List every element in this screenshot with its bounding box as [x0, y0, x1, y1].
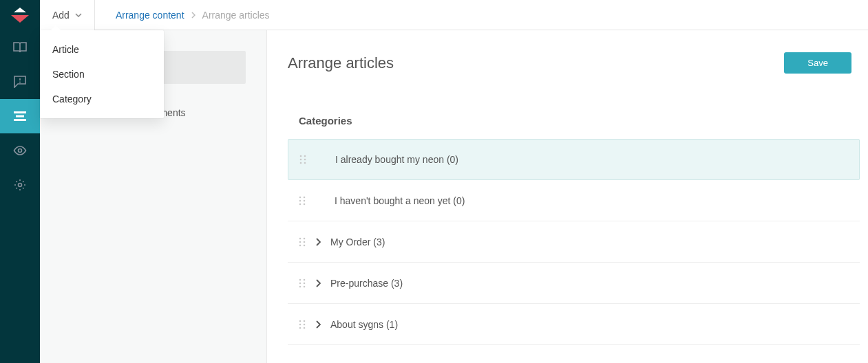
svg-point-37: [299, 327, 301, 329]
svg-point-35: [299, 324, 301, 326]
category-label[interactable]: Pre-purchase (3): [330, 278, 403, 289]
svg-point-36: [304, 324, 306, 326]
category-list: I already bought my neon (0) I haven't b…: [288, 139, 860, 345]
svg-point-31: [299, 286, 301, 288]
chevron-right-icon[interactable]: [315, 320, 321, 329]
svg-point-9: [300, 155, 302, 157]
breadcrumb-parent[interactable]: Arrange content: [116, 10, 184, 21]
category-label[interactable]: I haven't bought a neon yet (0): [335, 195, 465, 206]
chevron-right-icon: [191, 10, 195, 21]
save-button[interactable]: Save: [784, 52, 851, 74]
svg-point-26: [304, 245, 306, 247]
drag-handle-icon[interactable]: [299, 196, 306, 206]
svg-point-13: [300, 162, 302, 164]
category-row[interactable]: I already bought my neon (0): [288, 139, 860, 180]
svg-point-24: [304, 241, 306, 243]
main-header: Arrange articles Save: [288, 52, 860, 74]
svg-point-21: [299, 238, 301, 240]
svg-point-30: [304, 283, 306, 285]
svg-point-32: [304, 286, 306, 288]
app-logo[interactable]: [0, 0, 40, 30]
rail-item-arrange[interactable]: [0, 99, 40, 133]
category-row[interactable]: About sygns (1): [288, 304, 860, 345]
svg-point-12: [304, 159, 306, 161]
chevron-down-icon: [75, 13, 82, 17]
svg-point-11: [300, 159, 302, 161]
category-row[interactable]: I haven't bought a neon yet (0): [288, 180, 860, 221]
svg-point-18: [304, 200, 306, 202]
add-dropdown-menu: Article Section Category: [40, 30, 164, 118]
page-title: Arrange articles: [288, 54, 394, 72]
rail-item-preview[interactable]: [0, 133, 40, 168]
main-content: Arrange articles Save Categories I alrea…: [267, 30, 860, 363]
svg-point-23: [299, 241, 301, 243]
dropdown-item-category[interactable]: Category: [40, 87, 164, 111]
svg-point-22: [304, 238, 306, 240]
chevron-right-icon[interactable]: [315, 238, 321, 246]
add-dropdown-trigger[interactable]: Add: [40, 0, 95, 30]
breadcrumb-current: Arrange articles: [202, 10, 270, 21]
drag-handle-icon[interactable]: [299, 155, 306, 164]
dropdown-item-section[interactable]: Section: [40, 62, 164, 87]
svg-marker-0: [14, 8, 26, 12]
dropdown-item-article[interactable]: Article: [40, 37, 164, 62]
drag-handle-icon[interactable]: [299, 237, 306, 247]
svg-point-16: [304, 197, 306, 199]
chevron-right-icon[interactable]: [315, 279, 321, 287]
drag-handle-icon[interactable]: [299, 278, 306, 288]
category-label: I already bought my neon (0): [335, 154, 458, 165]
svg-point-28: [304, 279, 306, 281]
svg-rect-4: [14, 111, 26, 113]
svg-marker-1: [11, 15, 29, 23]
top-bar: Add Arrange content Arrange articles: [40, 0, 868, 30]
breadcrumb: Arrange content Arrange articles: [95, 10, 270, 21]
svg-point-7: [19, 149, 22, 153]
svg-point-8: [19, 184, 22, 187]
categories-heading: Categories: [299, 115, 860, 126]
category-label[interactable]: About sygns (1): [330, 319, 398, 330]
svg-point-34: [304, 320, 306, 322]
svg-point-29: [299, 283, 301, 285]
rail-item-settings[interactable]: [0, 168, 40, 202]
rail-item-guide[interactable]: [0, 30, 40, 65]
svg-point-38: [304, 327, 306, 329]
svg-point-27: [299, 279, 301, 281]
category-row[interactable]: My Order (3): [288, 221, 860, 263]
svg-point-20: [304, 204, 306, 206]
svg-point-15: [299, 197, 301, 199]
svg-point-25: [299, 245, 301, 247]
svg-point-3: [19, 82, 21, 83]
rail-item-moderate[interactable]: [0, 65, 40, 99]
add-label: Add: [52, 10, 70, 21]
svg-point-19: [299, 204, 301, 206]
svg-rect-5: [16, 116, 24, 118]
category-row[interactable]: Pre-purchase (3): [288, 263, 860, 304]
svg-point-10: [304, 155, 306, 157]
drag-handle-icon[interactable]: [299, 320, 306, 329]
svg-point-17: [299, 200, 301, 202]
category-label[interactable]: My Order (3): [330, 236, 385, 248]
svg-point-14: [304, 162, 306, 164]
icon-rail: [0, 0, 40, 363]
svg-rect-6: [14, 119, 26, 121]
svg-point-33: [299, 320, 301, 322]
